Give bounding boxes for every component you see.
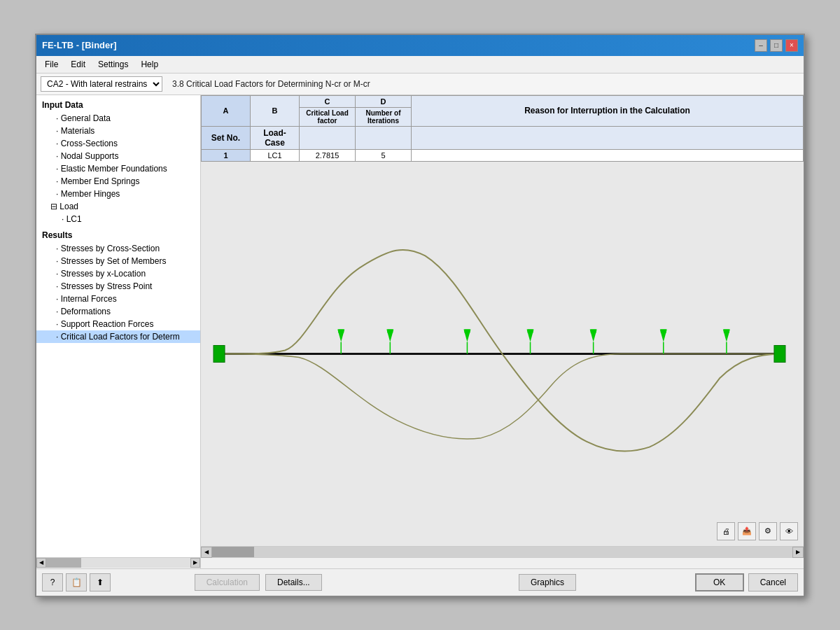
sidebar-scroll-bar: ◀ ▶ — [36, 558, 201, 568]
cell-critical-factor: 2.7815 — [300, 149, 356, 161]
calculation-button[interactable]: Calculation — [195, 574, 260, 591]
case-dropdown[interactable]: CA2 - With lateral restrains — [41, 76, 162, 92]
table-row: 1 LC1 2.7815 5 — [202, 149, 804, 161]
footer-help-button[interactable]: ? — [42, 573, 63, 592]
sidebar-scroll-track — [46, 558, 190, 568]
footer-left: ? 📋 ⬆ — [42, 573, 111, 592]
col-label-e2 — [412, 126, 804, 149]
details-button[interactable]: Details... — [265, 574, 322, 591]
col-header-d: D — [356, 95, 412, 107]
chart-tool-settings[interactable]: ⚙ — [759, 522, 777, 540]
main-content: Input Data · General Data · Materials · … — [36, 95, 804, 557]
section-header: 3.8 Critical Load Factors for Determinin… — [167, 79, 799, 89]
sidebar-item-nodal-supports[interactable]: · Nodal Supports — [36, 150, 200, 162]
data-table-wrapper: A B C D Reason for Interruption in the C… — [201, 95, 804, 162]
col-header-a: A — [202, 95, 251, 126]
sidebar-item-stresses-x-location[interactable]: · Stresses by x-Location — [36, 267, 200, 280]
sidebar-item-stresses-cross-section[interactable]: · Stresses by Cross-Section — [36, 242, 200, 255]
cell-load-case: LC1 — [251, 149, 300, 161]
col-subheader-c: Critical Load factor — [300, 107, 356, 126]
data-table: A B C D Reason for Interruption in the C… — [201, 95, 804, 162]
sidebar: Input Data · General Data · Materials · … — [36, 95, 201, 557]
col-label-loadcase: Load-Case — [251, 126, 300, 149]
sidebar-item-load[interactable]: ⊟ Load — [36, 200, 200, 213]
maximize-button[interactable]: □ — [770, 39, 783, 52]
window-title: FE-LTB - [Binder] — [42, 40, 117, 50]
sidebar-item-general-data[interactable]: · General Data — [36, 112, 200, 125]
arrow-6-top — [661, 329, 666, 332]
bottom-scrollbar: ◀ ▶ — [201, 546, 804, 557]
minimize-button[interactable]: – — [755, 39, 767, 52]
footer-bar: ? 📋 ⬆ Calculation Details... Graphics OK… — [36, 568, 804, 596]
ok-button[interactable]: OK — [695, 573, 744, 592]
sidebar-item-critical-load-factors[interactable]: · Critical Load Factors for Determ — [36, 330, 200, 343]
scrollbar-thumb[interactable] — [212, 547, 254, 557]
chart-tool-eye[interactable]: 👁 — [780, 522, 798, 540]
sidebar-item-lc1[interactable]: · LC1 — [36, 213, 200, 225]
cell-set-no: 1 — [202, 149, 251, 161]
wave-path-upper — [222, 249, 783, 451]
sidebar-item-stresses-set-members[interactable]: · Stresses by Set of Members — [36, 255, 200, 267]
col-label-set: Set No. — [202, 126, 251, 149]
main-window: FE-LTB - [Binder] – □ × File Edit Settin… — [35, 34, 805, 597]
menu-file[interactable]: File — [39, 57, 64, 71]
col-header-e: Reason for Interruption in the Calculati… — [412, 95, 804, 126]
support-right — [774, 345, 785, 362]
scroll-right-arrow[interactable]: ▶ — [792, 547, 804, 558]
sidebar-item-elastic-member-foundations[interactable]: · Elastic Member Foundations — [36, 162, 200, 175]
arrow-4-top — [528, 329, 533, 332]
results-section: Results — [36, 228, 200, 242]
right-panel: A B C D Reason for Interruption in the C… — [201, 95, 804, 557]
menu-bar: File Edit Settings Help — [36, 56, 804, 74]
col-label-c2 — [300, 126, 356, 149]
scrollbar-track — [212, 547, 792, 557]
chart-tool-export[interactable]: 📤 — [738, 522, 756, 540]
sidebar-item-member-hinges[interactable]: · Member Hinges — [36, 188, 200, 200]
cancel-button[interactable]: Cancel — [748, 573, 798, 592]
support-left — [214, 345, 225, 362]
wave-path-lower — [222, 354, 783, 438]
title-bar: FE-LTB - [Binder] – □ × — [36, 35, 804, 56]
col-header-c: C — [300, 95, 356, 107]
arrow-5-top — [591, 329, 596, 332]
arrow-2-top — [387, 329, 393, 332]
sidebar-item-deformations[interactable]: · Deformations — [36, 305, 200, 318]
sidebar-h-scroll: ◀ ▶ — [36, 557, 804, 568]
sidebar-item-internal-forces[interactable]: · Internal Forces — [36, 293, 200, 305]
sidebar-scroll-thumb[interactable] — [46, 558, 81, 568]
col-subheader-d: Number of Iterations — [356, 107, 412, 126]
menu-help[interactable]: Help — [135, 57, 164, 71]
toolbar: CA2 - With lateral restrains 3.8 Critica… — [36, 74, 804, 95]
arrow-1-top — [338, 329, 344, 332]
chart-toolbar: 🖨 📤 ⚙ 👁 — [717, 522, 798, 540]
cell-reason — [412, 149, 804, 161]
sidebar-item-stresses-stress-point[interactable]: · Stresses by Stress Point — [36, 280, 200, 293]
sidebar-item-materials[interactable]: · Materials — [36, 125, 200, 137]
chart-tool-print[interactable]: 🖨 — [717, 522, 735, 540]
sidebar-item-member-end-springs[interactable]: · Member End Springs — [36, 175, 200, 188]
chart-area: 🖨 📤 ⚙ 👁 — [201, 162, 804, 546]
graphics-button[interactable]: Graphics — [519, 574, 576, 591]
arrow-3-top — [464, 329, 470, 332]
window-controls: – □ × — [755, 39, 798, 52]
menu-settings[interactable]: Settings — [92, 57, 134, 71]
col-label-d2 — [356, 126, 412, 149]
scroll-left-arrow[interactable]: ◀ — [201, 547, 212, 558]
chart-svg — [201, 162, 804, 546]
col-header-b: B — [251, 95, 300, 126]
footer-export-button[interactable]: 📋 — [66, 573, 87, 592]
sidebar-item-support-reactions[interactable]: · Support Reaction Forces — [36, 318, 200, 330]
sidebar-item-cross-sections[interactable]: · Cross-Sections — [36, 137, 200, 150]
input-data-section: Input Data — [36, 98, 200, 112]
footer-center: Calculation Details... — [116, 574, 400, 591]
sidebar-scroll-right[interactable]: ▶ — [190, 558, 200, 568]
arrow-7-top — [724, 329, 729, 332]
cell-iterations: 5 — [356, 149, 412, 161]
footer-print-button[interactable]: ⬆ — [90, 573, 111, 592]
sidebar-scroll-left[interactable]: ◀ — [36, 558, 46, 568]
footer-right: OK Cancel — [695, 573, 798, 592]
menu-edit[interactable]: Edit — [65, 57, 91, 71]
close-button[interactable]: × — [785, 39, 798, 52]
